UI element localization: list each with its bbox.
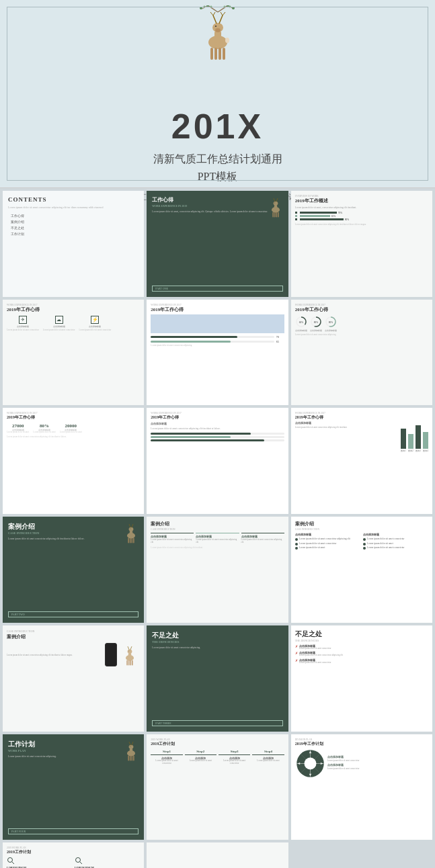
case-col-3: 点击添加标题 Lorem ipsum dolor sit amet consec…: [241, 533, 284, 544]
list-text-6: Lorem ipsum dolor sit amet consectetur: [367, 546, 405, 550]
svg-line-71: [129, 742, 130, 745]
circle-item-3: 80% 点击添加标题: [325, 316, 337, 332]
icon-desc-1: Lorem ipsum dolor sit amet consectetur: [7, 329, 39, 332]
step-num-3: Step3: [219, 750, 250, 753]
tp-bar-bg-2: [151, 436, 284, 438]
wpc-item-1: 点击添加标题: [327, 756, 428, 758]
svg-rect-56: [133, 538, 134, 544]
svg-point-5: [203, 6, 205, 8]
case-dark-title: 案例介绍: [8, 522, 139, 531]
svg-point-82: [304, 757, 316, 769]
svg-text:60%: 60%: [299, 320, 303, 323]
svg-line-20: [213, 12, 215, 15]
svg-rect-65: [130, 660, 132, 666]
icon-desc-3: Lorem ipsum dolor sit amet consectetur: [79, 329, 112, 332]
step-1: Step1 点击添加 Lorem ipsum dolor sit amet co…: [151, 750, 182, 765]
wpc-desc-2: Lorem ipsum dolor sit amet consectetur: [327, 768, 428, 771]
svg-rect-66: [132, 660, 133, 666]
step-desc-2: Lorem ipsum dolor sit amet: [185, 760, 216, 763]
bc-bar-fill-1: [401, 429, 406, 449]
wp-pct-2: 65: [276, 340, 284, 343]
wps-steps: Step1 点击添加 Lorem ipsum dolor sit amet co…: [151, 750, 284, 765]
stat-3: 20000 点击添加标题 Lorem ipsum dolor sit amet: [60, 423, 82, 434]
bc-content: Lorem ipsum dolor sit amet consectetur a…: [295, 426, 428, 452]
svg-point-27: [225, 38, 229, 43]
wp-deer-icon: [121, 737, 141, 764]
bc-bar-1: 图例1: [401, 429, 406, 452]
step-line-2: [185, 754, 216, 755]
case-white-title: 案例介绍: [151, 521, 284, 527]
icon-lbl-2: 点击添加标题: [53, 325, 65, 328]
svg-point-50: [130, 529, 131, 529]
def-item-text-2: Lorem ipsum dolor sit amet consectetur a…: [299, 654, 343, 657]
wps-title: 2019工作计划: [151, 741, 284, 747]
wpc-item-2: 点击添加标题: [327, 764, 428, 767]
svg-point-4: [200, 7, 202, 9]
svg-point-87: [8, 858, 13, 863]
svg-rect-53: [128, 538, 130, 544]
wp-progress-2: 65: [151, 340, 284, 343]
circle-lbl-1: 点击添加标题: [295, 329, 307, 332]
def-item-text-1: Lorem ipsum dolor sit amet consectetur: [299, 648, 331, 650]
contents-desc: Lorem ipsum dolor sit amet consectetur a…: [8, 206, 139, 210]
step-num-4: Step4: [252, 750, 284, 753]
case-deer-icon: [121, 519, 141, 546]
step-2: Step2 点击添加 Lorem ipsum dolor sit amet: [185, 750, 216, 765]
circle-item-2: 80% 点击添加标题: [310, 316, 322, 332]
bc-bar-3: 图例3: [416, 425, 421, 452]
tp-bar-fill-1: [151, 433, 251, 435]
wp-bar-bg-1: [151, 336, 274, 338]
wpc-content: 点击添加标题 Lorem ipsum dolor sit amet consec…: [295, 748, 428, 779]
svg-line-72: [132, 742, 133, 745]
slide-case-list: 案例介绍 CASE INTRODUCTION 点击添加标题 Lorem ipsu…: [291, 517, 432, 623]
contents-item-2: 案例介绍: [8, 220, 139, 224]
case-dark-content: 案例介绍 CASE INTRODUCTION Lorem ipsum dolor…: [8, 522, 139, 541]
list-dot-5: [363, 543, 366, 546]
tp-bar-bg-3: [151, 439, 284, 441]
tp-text: Lorem ipsum dolor sit amet consectetur a…: [151, 427, 284, 431]
wpl-title: 2019工作计划: [7, 849, 140, 855]
slide-workplan-circle: DIVISION PLAN 2019年工作计划 点击添加标题 Lorem ips…: [291, 734, 432, 840]
svg-point-31: [274, 203, 275, 204]
slide-case-dark: 案例介绍 CASE INTRODUCTION Lorem ipsum dolor…: [3, 517, 144, 623]
def-item-2: ✗ 点击添加标题 Lorem ipsum dolor sit amet cons…: [295, 651, 428, 657]
wp-title: 2019年工作心得: [151, 306, 284, 313]
icon-desc-2: Lorem ipsum dolor sit amet consectetur: [43, 329, 75, 332]
case-list-title: 案例介绍: [295, 521, 428, 527]
svg-point-30: [273, 202, 278, 206]
step-num-1: Step1: [151, 750, 182, 753]
slide-dark-title: 工作心得: [152, 196, 282, 204]
overview-bar-1: 70%: [295, 212, 428, 214]
list-text-3: Lorem ipsum dolor sit amet: [299, 546, 325, 550]
svg-line-1: [218, 5, 228, 12]
overview-title: 2019年工作概述: [295, 198, 428, 204]
wpc-title: 2019年工作计划: [295, 741, 428, 747]
svg-point-9: [229, 6, 231, 8]
contents-item-1: 工作心得: [8, 214, 139, 218]
case-phone-title: 案例介绍: [7, 634, 140, 640]
def-dark-content: 不足之处 THE DEFICIENCIES Lorem ipsum dolor …: [152, 631, 282, 650]
wpc-list: 点击添加标题 Lorem ipsum dolor sit amet consec…: [327, 756, 428, 771]
case-list-right: 点击添加标题 Lorem ipsum dolor sit amet consec…: [363, 533, 428, 551]
list-text-1: Lorem ipsum dolor sit amet consectetur a…: [299, 537, 350, 541]
svg-line-33: [276, 198, 278, 202]
wpc-circle-svg: [295, 748, 325, 779]
bc-bar-lbl-1: 图例1: [401, 449, 406, 452]
icon-box-3: ⚡: [91, 316, 99, 324]
circles-text: Lorem ipsum dolor sit amet consectetur a…: [295, 334, 428, 337]
def-white-sub: THE DEFICIENCIES: [295, 639, 428, 642]
def-item-3: ✗ 点击添加标题 Lorem ipsum dolor sit amet cons…: [295, 658, 428, 664]
circle-lbl-3: 点击添加标题: [325, 329, 337, 332]
svg-rect-58: [128, 653, 131, 658]
slide-barchart: WORK EXPERIENCE IN 2017 2019年工作心得 点击添加标题…: [291, 408, 432, 514]
svg-line-90: [79, 862, 82, 865]
slide-deficiency-white: 不足之处 THE DEFICIENCIES ✗ 点击添加标题 Lorem ips…: [291, 625, 432, 732]
slide-dark-text: Lorem ipsum dolor sit amet, consectetur …: [152, 210, 282, 214]
def-white-title: 不足之处: [295, 630, 428, 639]
wpl-right: LOREM IPSUM Lorem ipsum dolor sit amet c…: [75, 857, 141, 868]
bc-title: 2019年工作心得: [295, 415, 428, 421]
stat-num-3: 20000: [60, 423, 82, 429]
case-dark-text: Lorem ipsum dolor sit amet consectetur a…: [8, 537, 139, 541]
stats-row: 27000 点击添加标题 Lorem ipsum dolor sit amet …: [7, 423, 140, 434]
slide-case-white: 案例介绍 CASE INTRODUCTION 点击添加标题 Lorem ipsu…: [147, 517, 288, 623]
